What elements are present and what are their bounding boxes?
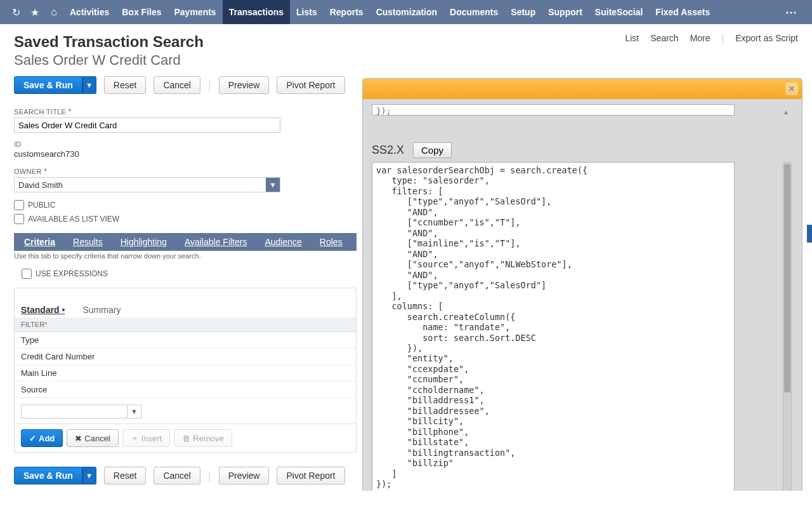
star-icon[interactable]: ★ <box>25 6 44 18</box>
action-more[interactable]: More <box>690 33 710 43</box>
nav-item-payments[interactable]: Payments <box>168 0 223 24</box>
cancel-button[interactable]: Cancel <box>154 76 200 94</box>
chevron-down-icon: ▼ <box>266 178 280 192</box>
ss-version-label: SS2.X <box>372 144 404 157</box>
code-main-block[interactable]: var salesorderSearchObj = search.create(… <box>372 162 735 491</box>
page-right-actions: List Search More | Export as Script <box>625 33 798 43</box>
action-search[interactable]: Search <box>650 33 678 43</box>
nav-item-support[interactable]: Support <box>542 0 589 24</box>
subtab-available-filters[interactable]: Available Filters <box>185 237 247 247</box>
inner-tab-standard[interactable]: Standard • <box>21 305 65 315</box>
code-snippet-top: }); <box>372 104 735 116</box>
scrollbar-thumb[interactable] <box>784 164 790 392</box>
criteria-grid: Standard •Summary FILTER* TypeCredit Car… <box>14 288 357 453</box>
insert-row-button: ＋Insert <box>122 429 171 447</box>
pivot-report-button[interactable]: Pivot Report <box>277 76 344 94</box>
nav-item-fixed-assets[interactable]: Fixed Assets <box>649 0 716 24</box>
separator: | <box>208 469 211 483</box>
right-edge-handle[interactable] <box>807 225 812 243</box>
filter-column-header: FILTER <box>21 321 44 328</box>
subtab-roles[interactable]: Roles <box>320 237 343 247</box>
copy-button[interactable]: Copy <box>413 142 452 158</box>
code-scrollbar[interactable] <box>783 162 792 491</box>
caret-up-icon[interactable]: ▲ <box>783 109 789 116</box>
criteria-header-row: FILTER* <box>15 318 356 332</box>
criteria-edit-row: ▼ <box>15 398 356 424</box>
record-title: Sales Order W Credit Card <box>14 52 798 69</box>
add-row-button[interactable]: ✓Add <box>21 429 63 447</box>
nav-item-suitesocial[interactable]: SuiteSocial <box>589 0 649 24</box>
public-label: PUBLIC <box>28 201 55 210</box>
save-run-button[interactable]: Save & Run <box>14 76 82 94</box>
new-filter-select[interactable]: ▼ <box>21 404 141 418</box>
criteria-row[interactable]: Main Line <box>15 365 356 382</box>
subtab-highlighting[interactable]: Highlighting <box>121 237 167 247</box>
check-icon: ✓ <box>29 434 36 443</box>
listview-label: AVAILABLE AS LIST VIEW <box>28 215 119 224</box>
subtab-results[interactable]: Results <box>73 237 103 247</box>
criteria-row[interactable]: Source <box>15 382 356 398</box>
script-export-panel: ✕ }); ▲ SS2.X Copy var salesorderSearchO… <box>362 78 802 491</box>
nav-item-setup[interactable]: Setup <box>504 0 542 24</box>
subtabs-bar: CriteriaResultsHighlightingAvailable Fil… <box>14 233 357 251</box>
action-export-script[interactable]: Export as Script <box>735 33 798 43</box>
listview-checkbox[interactable] <box>14 214 24 224</box>
action-list[interactable]: List <box>625 33 639 43</box>
save-run-split-bottom: Save & Run ▼ <box>14 467 96 485</box>
pivot-report-button-bottom[interactable]: Pivot Report <box>277 467 344 485</box>
use-expressions-checkbox[interactable] <box>22 269 32 279</box>
nav-item-customization[interactable]: Customization <box>370 0 443 24</box>
nav-item-transactions[interactable]: Transactions <box>223 0 290 24</box>
reset-button-bottom[interactable]: Reset <box>104 467 147 485</box>
nav-item-reports[interactable]: Reports <box>324 0 370 24</box>
subtab-criteria[interactable]: Criteria <box>24 237 55 247</box>
reset-button[interactable]: Reset <box>104 76 147 94</box>
search-title-input[interactable] <box>14 117 280 133</box>
preview-button[interactable]: Preview <box>219 76 270 94</box>
use-expressions-label: USE EXPRESSIONS <box>36 269 108 278</box>
save-run-split: Save & Run ▼ <box>14 76 96 94</box>
criteria-inner-tabs: Standard •Summary <box>15 300 356 318</box>
close-icon: ✖ <box>75 434 82 443</box>
history-icon[interactable]: ↻ <box>6 6 25 18</box>
nav-overflow-icon[interactable]: ⋯ <box>778 5 806 19</box>
script-panel-header[interactable]: ✕ <box>363 79 802 99</box>
save-run-button-bottom[interactable]: Save & Run <box>14 467 82 485</box>
nav-item-activities[interactable]: Activities <box>63 0 115 24</box>
subtab-audience[interactable]: Audience <box>265 237 301 247</box>
cancel-row-button[interactable]: ✖Cancel <box>67 429 118 447</box>
criteria-row-tools: ✓Add ✖Cancel ＋Insert 🗑Remove <box>15 424 356 452</box>
chevron-down-icon: ▼ <box>127 405 141 418</box>
plus-icon: ＋ <box>131 432 139 444</box>
remove-row-button: 🗑Remove <box>174 429 232 447</box>
preview-button-bottom[interactable]: Preview <box>219 467 270 485</box>
owner-select[interactable]: David Smith ▼ <box>14 177 280 192</box>
nav-item-box-files[interactable]: Box Files <box>115 0 167 24</box>
home-icon[interactable]: ⌂ <box>44 6 63 18</box>
nav-item-documents[interactable]: Documents <box>443 0 504 24</box>
criteria-row[interactable]: Credit Card Number <box>15 349 356 365</box>
separator: | <box>208 79 211 92</box>
owner-value: David Smith <box>18 180 63 190</box>
close-icon[interactable]: ✕ <box>785 83 798 95</box>
save-run-dropdown-caret[interactable]: ▼ <box>82 76 96 94</box>
public-checkbox[interactable] <box>14 200 24 210</box>
criteria-row[interactable]: Type <box>15 332 356 349</box>
nav-item-lists[interactable]: Lists <box>290 0 324 24</box>
save-run-dropdown-caret-bottom[interactable]: ▼ <box>82 467 96 485</box>
trash-icon: 🗑 <box>182 434 190 443</box>
separator: | <box>722 33 724 43</box>
top-nav: ↻ ★ ⌂ ActivitiesBox FilesPaymentsTransac… <box>0 0 812 24</box>
inner-tab-summary[interactable]: Summary <box>82 305 121 315</box>
cancel-button-bottom[interactable]: Cancel <box>154 467 200 485</box>
